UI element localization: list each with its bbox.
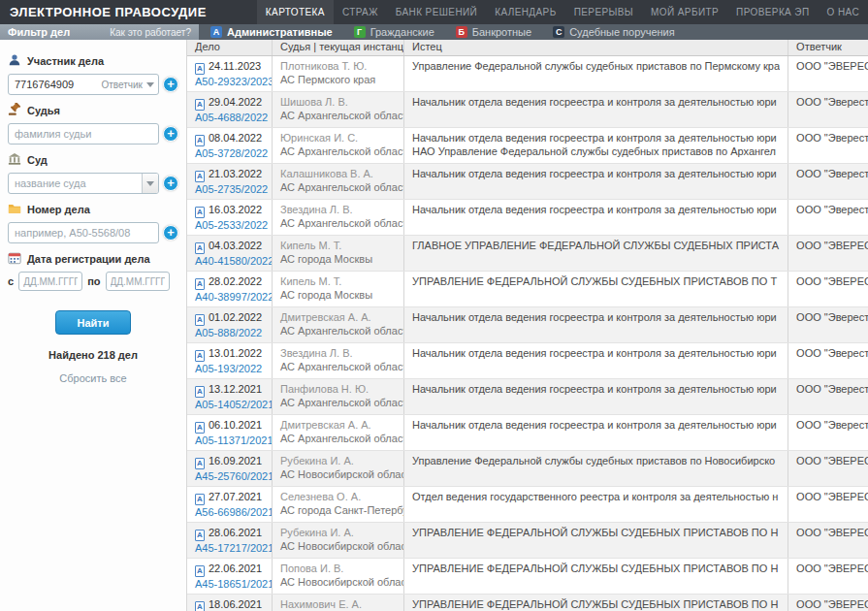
case-type-letter-icon: А [210, 26, 222, 38]
case-number-link[interactable]: А05-11371/2021 [195, 434, 264, 447]
table-row[interactable]: А29.04.2022А05-4688/2022Шишова Л. В.АС А… [187, 92, 868, 128]
court-name: АС Пермского края [280, 73, 396, 86]
case-number-link[interactable]: А45-17217/2021 [195, 541, 264, 555]
add-case-number-button[interactable]: + [163, 225, 178, 241]
search-button[interactable]: Найти [55, 310, 131, 335]
column-header-judge: Судья | текущая инстанция [273, 40, 404, 55]
court-name: АС Архангельской области [280, 432, 396, 445]
case-number-link[interactable]: А45-25760/2021 [195, 469, 264, 483]
plaintiff-name: Управление Федеральной службы судебных п… [412, 454, 780, 467]
judge-name: Попова И. В. [280, 562, 396, 575]
participant-label: Участник дела [27, 55, 104, 67]
case-type-tab-2[interactable]: ББанкротные [456, 26, 531, 38]
defendant-name: ООО "Эверест" [788, 200, 868, 235]
court-name: АС Архангельской области [280, 216, 396, 230]
nav-item-3[interactable]: КАЛЕНДАРЬ [486, 0, 564, 24]
nav-item-0[interactable]: КАРТОТЕКА [257, 0, 334, 24]
table-body: А24.11.2023А50-29323/2023Плотникова Т. Ю… [187, 56, 868, 611]
top-header: ЭЛЕКТРОННОЕ ПРАВОСУДИЕ КАРТОТЕКАСТРАЖБАН… [0, 0, 868, 24]
table-row[interactable]: А13.01.2022А05-193/2022Звездина Л. В.АС … [187, 343, 868, 379]
defendant-name: ООО "Эверест" [788, 164, 868, 199]
filter-title: Фильтр дел [8, 26, 70, 38]
case-number-link[interactable]: А05-193/2022 [195, 362, 264, 375]
nav-item-6[interactable]: ПРОВЕРКА ЭП [727, 0, 818, 24]
table-row[interactable]: А27.07.2021А56-66986/2021Селезнева О. А.… [187, 487, 868, 523]
case-number-link[interactable]: А40-38997/2022 [195, 290, 264, 304]
case-type-tab-0[interactable]: ААдминистративные [210, 26, 333, 38]
table-row[interactable]: А18.06.2021А45-16412/2021Нахимович Е. А.… [187, 595, 868, 611]
filter-bar: Фильтр дел Как это работает? ААдминистра… [0, 24, 868, 40]
plaintiff-name: Управление Федеральной службы судебных п… [412, 59, 780, 73]
table-row[interactable]: А24.11.2023А50-29323/2023Плотникова Т. Ю… [187, 56, 868, 92]
reset-all-link[interactable]: Сбросить все [8, 372, 178, 384]
case-type-icon: А [195, 99, 205, 111]
column-header-plaintiff: Истец [404, 40, 788, 55]
plaintiff-name: ГЛАВНОЕ УПРАВЛЕНИЕ ФЕДЕРАЛЬНОЙ СЛУЖБЫ СУ… [412, 239, 780, 252]
court-dropdown-button[interactable] [142, 174, 158, 193]
case-date: 01.02.2022 [209, 311, 262, 323]
table-header: Дело Судья | текущая инстанция Истец Отв… [187, 40, 868, 56]
judge-label: Судья [27, 105, 60, 116]
nav-item-7[interactable]: О НАС [819, 0, 868, 24]
results-table: Дело Судья | текущая инстанция Истец Отв… [187, 40, 868, 611]
table-row[interactable]: А28.06.2021А45-17217/2021Рубекина И. А.А… [187, 523, 868, 559]
filter-bar-left: Фильтр дел Как это работает? [0, 24, 199, 40]
court-input[interactable] [8, 173, 159, 194]
case-number-link[interactable]: А05-14052/2021 [195, 398, 264, 411]
plaintiff-name: Отдел ведения государственного реестра и… [412, 490, 780, 503]
table-row[interactable]: А22.06.2021А45-18651/2021Попова И. В.АС … [187, 559, 868, 595]
table-row[interactable]: А16.09.2021А45-25760/2021Рубекина И. А.А… [187, 451, 868, 487]
case-number-label: Номер дела [27, 204, 90, 215]
nav-item-1[interactable]: СТРАЖ [334, 0, 387, 24]
case-date: 13.01.2022 [209, 347, 262, 359]
plaintiff-name: НАО Управление Федеральной службы судебн… [412, 145, 780, 158]
participant-role-select[interactable]: Ответчик [101, 74, 154, 95]
table-row[interactable]: А04.03.2022А40-41580/2022Кипель М. Т.АС … [187, 236, 868, 272]
plaintiff-name: Начальник отдела ведения госреестра и ко… [412, 167, 780, 180]
defendant-name: ООО "ЭВЕРЕСТ" [788, 523, 868, 558]
how-it-works-link[interactable]: Как это работает? [110, 27, 191, 38]
case-number-input[interactable] [8, 222, 159, 243]
table-row[interactable]: А13.12.2021А05-14052/2021Панфилова Н. Ю.… [187, 379, 868, 415]
add-participant-button[interactable]: + [163, 77, 178, 92]
table-row[interactable]: А08.04.2022А05-3728/2022Юринская И. С.АС… [187, 128, 868, 164]
case-number-link[interactable]: А05-2533/2022 [195, 218, 264, 232]
add-judge-button[interactable]: + [163, 126, 178, 142]
defendant-name: ООО "ЭВЕРЕСТ" [788, 595, 868, 611]
case-type-icon: А [195, 171, 205, 182]
case-type-letter-icon: Г [354, 26, 366, 38]
case-number-link[interactable]: А45-18651/2021 [195, 577, 264, 591]
table-row[interactable]: А01.02.2022А05-888/2022Дмитревская А. А.… [187, 307, 868, 343]
table-row[interactable]: А16.03.2022А05-2533/2022Звездина Л. В.АС… [187, 200, 868, 236]
case-type-tab-3[interactable]: ССудебные поручения [553, 26, 675, 38]
table-row[interactable]: А28.02.2022А40-38997/2022Кипель М. Т.АС … [187, 272, 868, 307]
nav-item-5[interactable]: МОЙ АРБИТР [642, 0, 727, 24]
case-number-link[interactable]: А05-4688/2022 [195, 111, 264, 124]
judge-name: Шишова Л. В. [280, 95, 396, 109]
case-number-link[interactable]: А40-41580/2022 [195, 254, 264, 268]
case-type-tab-1[interactable]: ГГражданские [354, 26, 434, 38]
judge-name: Звездина Л. В. [280, 346, 396, 360]
table-row[interactable]: А06.10.2021А05-11371/2021Дмитревская А. … [187, 415, 868, 451]
date-to-input[interactable] [106, 272, 170, 291]
case-number-link[interactable]: А05-3728/2022 [195, 146, 264, 160]
case-type-icon: А [195, 314, 205, 326]
case-number-link[interactable]: А50-29323/2023 [195, 75, 264, 88]
table-row[interactable]: А21.03.2022А05-2735/2022Калашникова В. А… [187, 164, 868, 200]
court-name: АС Новосибирской области [280, 575, 396, 589]
judge-input[interactable] [8, 123, 159, 145]
court-label-row: Суд [8, 152, 178, 168]
defendant-name: ООО "Эверест" [788, 128, 868, 163]
case-number-link[interactable]: А05-2735/2022 [195, 182, 264, 196]
nav-item-2[interactable]: БАНК РЕШЕНИЙ [387, 0, 486, 24]
plaintiff-name: УПРАВЛЕНИЕ ФЕДЕРАЛЬНОЙ СЛУЖБЫ СУДЕБНЫХ П… [412, 526, 780, 539]
date-from-input[interactable] [18, 272, 82, 291]
case-date: 29.04.2022 [209, 96, 262, 108]
case-date: 04.03.2022 [209, 240, 262, 251]
nav-item-4[interactable]: ПЕРЕРЫВЫ [565, 0, 642, 24]
calendar-icon [8, 251, 21, 267]
case-date: 28.06.2021 [209, 527, 262, 538]
add-court-button[interactable]: + [163, 176, 178, 191]
case-number-link[interactable]: А56-66986/2021 [195, 505, 264, 519]
case-number-link[interactable]: А05-888/2022 [195, 326, 264, 339]
